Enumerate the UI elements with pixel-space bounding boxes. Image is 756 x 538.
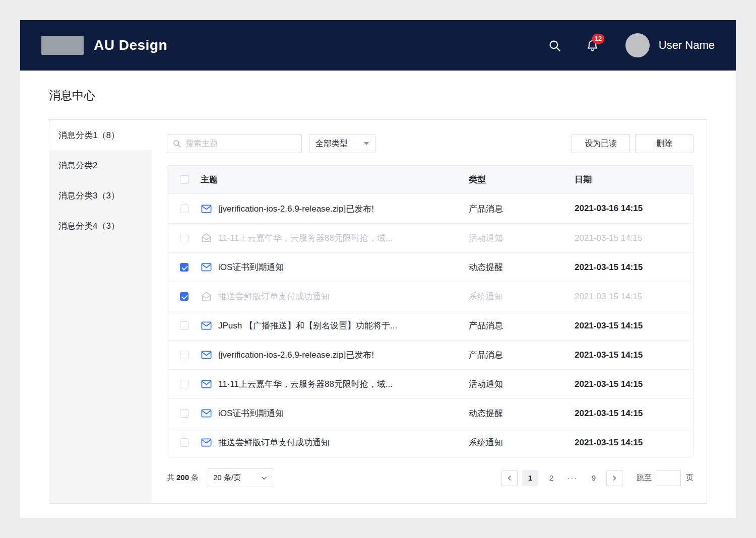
row-date: 2021-03-15 14:15	[575, 350, 643, 360]
page-size-value: 20 条/页	[213, 473, 241, 483]
table-row[interactable]: [jverification-ios-2.6.9-release.zip]已发布…	[167, 340, 693, 369]
pagination: 12···9 跳至 页	[501, 470, 694, 486]
row-date: 2021-03-15 14:15	[575, 409, 643, 419]
row-type: 动态提醒	[469, 408, 503, 419]
pagination-pages: 12···9	[518, 470, 604, 486]
table-header-row: 主题 类型 日期	[167, 166, 693, 194]
search-input[interactable]	[185, 139, 296, 148]
page-title: 消息中心	[20, 71, 736, 119]
row-checkbox[interactable]	[180, 321, 188, 330]
row-date: 2021-03-15 14:15	[575, 321, 643, 331]
total-count-text: 共200条	[167, 473, 199, 483]
row-checkbox[interactable]	[180, 351, 188, 359]
chevron-down-icon	[261, 475, 268, 482]
row-subject: 推送尝鲜版订单支付成功通知	[218, 291, 330, 302]
table-row[interactable]: [jverification-ios-2.6.9-release.zip]已发布…	[167, 194, 693, 223]
row-subject: JPush 【广播推送】和【别名设置】功能将于...	[218, 320, 397, 331]
sidebar-item[interactable]: 消息分类2	[49, 150, 152, 180]
row-date: 2021-03-15 14:15	[575, 233, 642, 243]
row-type: 动态提醒	[469, 261, 503, 273]
user-name[interactable]: User Name	[659, 39, 715, 52]
table-row[interactable]: iOS证书到期通知 动态提醒 2021-03-15 14:15	[167, 398, 693, 428]
screen: AU Design 12 User Name	[0, 0, 756, 538]
row-checkbox[interactable]	[180, 409, 188, 418]
row-checkbox[interactable]	[180, 380, 188, 388]
sidebar-item[interactable]: 消息分类4（3）	[49, 211, 152, 241]
mail-closed-icon	[201, 437, 212, 448]
table-row[interactable]: 11·11上云嘉年华，云服务器88元限时抢，域... 活动通知 2021-03-…	[167, 223, 693, 252]
row-date: 2021-03-15 14:15	[575, 292, 642, 302]
notification-badge: 12	[592, 34, 604, 44]
app-window: AU Design 12 User Name	[20, 20, 736, 518]
row-checkbox[interactable]	[180, 234, 188, 242]
mail-open-icon	[201, 232, 212, 244]
row-subject: [jverification-ios-2.6.9-release.zip]已发布…	[218, 203, 374, 215]
table-row[interactable]: JPush 【广播推送】和【别名设置】功能将于... 产品消息 2021-03-…	[167, 311, 693, 340]
table-row[interactable]: 推送尝鲜版订单支付成功通知 系统通知 2021-03-15 14:15	[167, 428, 693, 457]
sidebar-item-label: 消息分类3（3）	[58, 190, 119, 201]
mark-read-button[interactable]: 设为已读	[572, 134, 630, 153]
mail-closed-icon	[201, 203, 212, 215]
page-size-select[interactable]: 20 条/页	[207, 468, 274, 487]
total-count: 200	[174, 473, 191, 482]
row-subject: 推送尝鲜版订单支付成功通知	[218, 437, 330, 448]
select-all-checkbox[interactable]	[180, 175, 188, 184]
row-type: 活动通知	[469, 232, 503, 244]
row-date: 2021-03-15 14:15	[575, 379, 643, 389]
row-checkbox[interactable]	[180, 292, 188, 301]
row-checkbox[interactable]	[180, 263, 188, 272]
jump-page-input[interactable]	[657, 470, 681, 486]
mail-closed-icon	[201, 261, 212, 273]
chevron-down-icon	[364, 142, 369, 145]
row-type: 产品消息	[469, 349, 503, 361]
table-row[interactable]: 推送尝鲜版订单支付成功通知 系统通知 2021-03-15 14:15	[167, 282, 693, 311]
subject-search[interactable]	[167, 134, 302, 153]
jump-to-label: 跳至	[637, 473, 652, 483]
table-row[interactable]: 11·11上云嘉年华，云服务器88元限时抢，域... 活动通知 2021-03-…	[167, 369, 693, 398]
search-input-icon	[172, 139, 181, 148]
table-row[interactable]: iOS证书到期通知 动态提醒 2021-03-15 14:15	[167, 252, 693, 282]
header-actions: 12 User Name	[548, 33, 715, 57]
mail-open-icon	[201, 291, 212, 302]
toolbar: 全部类型 设为已读 删除	[167, 134, 694, 153]
column-header-type: 类型	[468, 174, 574, 185]
row-type: 系统通知	[469, 291, 503, 302]
sidebar-item-label: 消息分类4（3）	[58, 220, 119, 232]
row-type: 系统通知	[469, 437, 503, 448]
message-panel: 消息分类1（8） 消息分类2 消息分类3（3） 消息分类4（3）	[49, 119, 707, 504]
row-checkbox[interactable]	[180, 205, 188, 213]
notifications-bell-icon[interactable]: 12	[586, 39, 599, 52]
prev-page-button[interactable]	[501, 470, 518, 486]
pagination-page[interactable]: 2	[543, 470, 559, 486]
row-subject: [jverification-ios-2.6.9-release.zip]已发布…	[218, 349, 374, 361]
brand-logo	[41, 36, 84, 55]
sidebar-list: 消息分类1（8） 消息分类2 消息分类3（3） 消息分类4（3）	[49, 120, 152, 503]
mail-closed-icon	[201, 349, 212, 361]
content-area: 全部类型 设为已读 删除	[152, 120, 707, 503]
mail-closed-icon	[201, 378, 212, 390]
column-header-subject: 主题	[201, 174, 468, 185]
table-footer: 共200条 20 条/页 12···9	[167, 468, 694, 487]
row-date: 2021-03-15 14:15	[575, 438, 643, 448]
column-header-date: 日期	[574, 174, 693, 185]
search-icon[interactable]	[548, 39, 561, 52]
pagination-page[interactable]: 9	[586, 470, 602, 486]
row-subject: iOS证书到期通知	[218, 261, 284, 273]
brand-name: AU Design	[94, 37, 167, 53]
type-filter-select[interactable]: 全部类型	[309, 134, 375, 153]
delete-button[interactable]: 删除	[635, 134, 694, 153]
sidebar-item-label: 消息分类1（8）	[58, 129, 119, 141]
row-type: 活动通知	[469, 378, 503, 390]
message-table: 主题 类型 日期 [jverification-ios-2.6.9-releas…	[167, 165, 694, 457]
row-subject: 11·11上云嘉年华，云服务器88元限时抢，域...	[218, 232, 393, 244]
row-checkbox[interactable]	[180, 438, 188, 447]
next-page-button[interactable]	[606, 470, 622, 486]
mail-closed-icon	[201, 408, 212, 419]
sidebar-item[interactable]: 消息分类3（3）	[49, 180, 152, 211]
table-body: [jverification-ios-2.6.9-release.zip]已发布…	[167, 194, 693, 457]
row-type: 产品消息	[469, 320, 503, 331]
sidebar-item-label: 消息分类2	[58, 160, 97, 171]
sidebar-item[interactable]: 消息分类1（8）	[49, 120, 152, 150]
pagination-page[interactable]: 1	[522, 470, 538, 486]
avatar[interactable]	[625, 33, 650, 57]
